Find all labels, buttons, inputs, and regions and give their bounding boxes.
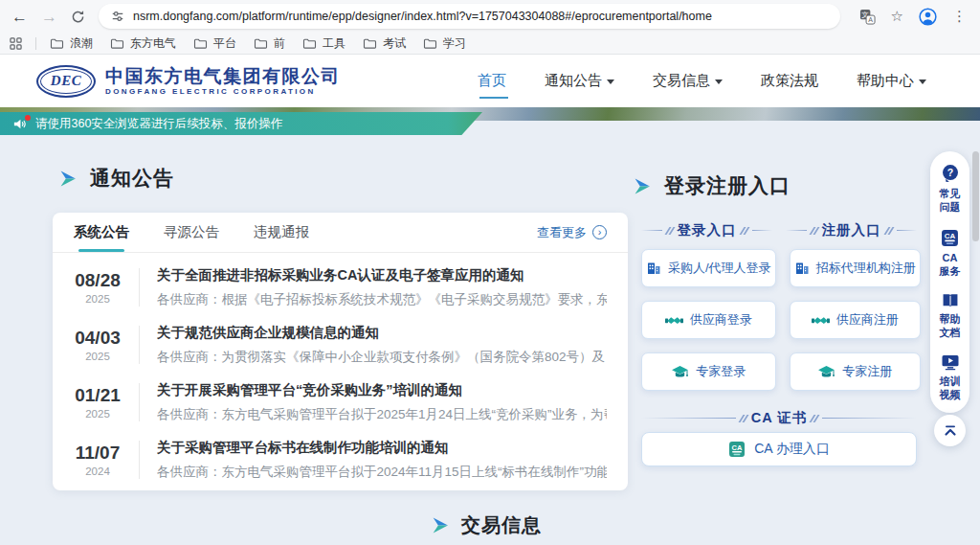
view-more-link[interactable]: 查看更多 › <box>537 213 607 252</box>
notice-title[interactable]: 关于规范供应商企业规模信息的通知 <box>157 324 607 342</box>
login-section-title: 登录注册入口 <box>664 172 791 199</box>
bid-agency-register-button[interactable]: 招标代理机构注册 <box>790 249 921 287</box>
notice-date: 04/03 2025 <box>66 328 129 362</box>
sidebar-item-ca-service[interactable]: CA CA服务 <box>938 229 963 279</box>
login-header-label: 登录入口 <box>678 221 737 239</box>
sidebar-item-training-videos[interactable]: 培训视频 <box>938 354 963 402</box>
nav-item-policies[interactable]: 政策法规 <box>761 66 818 96</box>
chevron-down-icon <box>715 79 723 84</box>
expert-register-button[interactable]: 专家注册 <box>790 352 921 391</box>
notice-row[interactable]: 08/28 2025 关于全面推进非招标采购业务CA认证及电子签章应用的通知 各… <box>53 259 628 316</box>
back-to-top-button[interactable] <box>934 415 966 446</box>
bookmark-folder[interactable]: 考试 <box>363 35 406 52</box>
sidebar-item-help-docs[interactable]: 帮助文档 <box>938 292 963 340</box>
notice-title[interactable]: 关于全面推进非招标采购业务CA认证及电子签章应用的通知 <box>157 266 607 284</box>
bookmark-folder[interactable]: 浪潮 <box>50 35 93 52</box>
button-label: 供应商注册 <box>836 311 899 329</box>
login-section-header: 登录注册入口 <box>634 172 791 199</box>
bookmark-folder[interactable]: 工具 <box>302 35 345 52</box>
apps-grid-icon[interactable] <box>10 37 22 50</box>
nav-item-home[interactable]: 首页 <box>478 66 506 96</box>
banner-tail-decoration <box>448 112 482 135</box>
sidebar-item-label: 培训视频 <box>938 375 963 402</box>
translate-icon[interactable]: 文 A <box>859 9 876 25</box>
notice-title[interactable]: 关于采购管理平台标书在线制作功能培训的通知 <box>157 439 607 457</box>
notice-date-year: 2025 <box>66 351 129 362</box>
nav-item-trade-info[interactable]: 交易信息 <box>653 66 723 96</box>
bookmark-folder[interactable]: 东方电气 <box>110 35 176 52</box>
bookmarks-bar: 浪潮 东方电气 平台 前 工具 考试 学习 <box>0 33 980 55</box>
notice-list: 08/28 2025 关于全面推进非招标采购业务CA认证及电子签章应用的通知 各… <box>53 253 628 488</box>
nav-item-help-center[interactable]: 帮助中心 <box>857 66 926 96</box>
supplier-login-button[interactable]: 供应商登录 <box>641 301 776 339</box>
tab-label: 寻源公告 <box>164 223 219 241</box>
toolbar-actions: 文 A ☆ ⋮ <box>859 8 969 26</box>
notice-date-day: 08/28 <box>66 270 129 291</box>
supplier-register-button[interactable]: 供应商注册 <box>790 301 921 339</box>
graduation-cap-icon <box>671 365 689 379</box>
svg-text:A: A <box>868 16 873 24</box>
notification-dot <box>25 115 31 121</box>
browser-toolbar: ← → nsrm.dongfang.com/platform/runtime/e… <box>0 0 980 33</box>
bookmark-label: 考试 <box>383 35 406 52</box>
back-icon[interactable]: ← <box>11 9 28 25</box>
url-text[interactable]: nsrm.dongfang.com/platform/runtime/epp/d… <box>133 10 712 23</box>
register-entry-header: 注册入口 <box>786 221 917 239</box>
forward-icon[interactable]: → <box>41 9 57 25</box>
menu-kebab-icon[interactable]: ⋮ <box>952 8 967 25</box>
nav-label: 交易信息 <box>653 72 710 90</box>
trade-section-title: 交易信息 <box>461 512 542 538</box>
scrollbar-thumb[interactable] <box>972 151 979 241</box>
chevron-right-circle-icon: › <box>592 225 607 239</box>
buyer-agent-login-button[interactable]: 采购人/代理人登录 <box>641 249 776 287</box>
tab-violation-reports[interactable]: 违规通报 <box>254 213 309 252</box>
ca-apply-button[interactable]: CA CA 办理入口 <box>641 432 917 466</box>
sidebar-item-faq[interactable]: ? 常见问题 <box>938 164 963 215</box>
notice-row[interactable]: 11/07 2024 关于采购管理平台标书在线制作功能培训的通知 各供应商：东方… <box>53 431 628 488</box>
notice-row[interactable]: 01/21 2025 关于开展采购管理平台“竞价采购业务”培训的通知 各供应商：… <box>53 374 628 431</box>
tab-label: 违规通报 <box>254 223 309 241</box>
section-arrow-icon <box>432 516 450 534</box>
bookmark-folder[interactable]: 前 <box>254 35 285 52</box>
ca-badge-icon: CA <box>728 441 746 458</box>
refresh-icon[interactable] <box>71 10 85 24</box>
notice-date-year: 2025 <box>66 408 129 420</box>
notice-date-day: 11/07 <box>66 443 129 464</box>
address-bar[interactable]: nsrm.dongfang.com/platform/runtime/epp/d… <box>99 4 840 29</box>
handshake-icon <box>812 313 830 327</box>
handshake-icon <box>665 313 683 327</box>
company-logo[interactable]: DEC 中国东方电气集团有限公司 DONGFANG ELECTRIC CORPO… <box>36 65 341 98</box>
notice-title[interactable]: 关于开展采购管理平台“竞价采购业务”培训的通知 <box>157 381 607 399</box>
ca-header-label: CA 证书 <box>751 409 807 427</box>
button-label: 专家登录 <box>696 363 746 380</box>
speaker-icon <box>13 118 27 130</box>
nav-label: 首页 <box>478 72 506 90</box>
dec-logo-icon: DEC <box>36 65 96 98</box>
tune-icon[interactable] <box>111 10 124 23</box>
expert-login-button[interactable]: 专家登录 <box>641 352 776 391</box>
notices-section-title: 通知公告 <box>90 165 174 192</box>
view-more-label: 查看更多 <box>537 224 587 241</box>
notice-date: 01/21 2025 <box>66 385 129 420</box>
notice-summary: 各供应商：东方电气采购管理平台拟于2025年1月24日上线“竞价采购”业务，为帮… <box>157 406 607 423</box>
tab-system-notices[interactable]: 系统公告 <box>74 213 129 252</box>
bookmark-folder[interactable]: 平台 <box>193 35 236 52</box>
ca-cert-header: CA 证书 <box>641 409 917 427</box>
button-label: 招标代理机构注册 <box>816 260 916 277</box>
profile-avatar-icon[interactable] <box>919 8 937 26</box>
bookmark-folder[interactable]: 学习 <box>423 35 466 52</box>
chevron-down-icon <box>919 79 926 84</box>
collapse-top-icon <box>943 423 958 439</box>
bookmark-star-icon[interactable]: ☆ <box>891 8 903 25</box>
logo-text: DEC <box>51 73 81 89</box>
section-arrow-icon <box>634 177 652 195</box>
notice-date-day: 01/21 <box>66 385 129 406</box>
nav-label: 政策法规 <box>761 72 818 90</box>
bookmark-label: 前 <box>274 35 285 52</box>
notice-row[interactable]: 04/03 2025 关于规范供应商企业规模信息的通知 各供应商：为贯彻落实《保… <box>53 316 628 374</box>
nav-item-notices[interactable]: 通知公告 <box>545 66 614 96</box>
tab-sourcing-notices[interactable]: 寻源公告 <box>164 213 219 252</box>
notice-date: 11/07 2024 <box>66 443 129 477</box>
register-header-label: 注册入口 <box>822 221 881 239</box>
nav-label: 通知公告 <box>545 72 602 90</box>
